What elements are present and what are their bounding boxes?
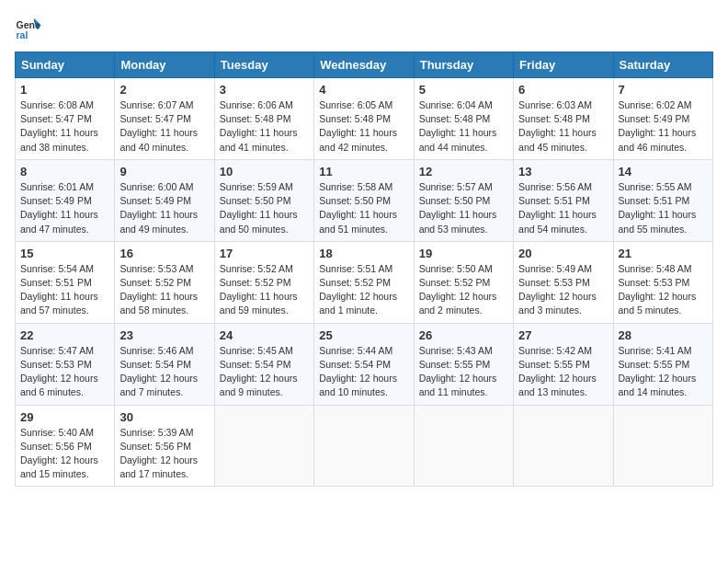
day-number: 4 [319, 83, 408, 97]
day-number: 14 [619, 165, 708, 178]
day-number: 7 [619, 83, 708, 97]
sunset: Sunset: 5:52 PM [319, 277, 391, 288]
sunrise: Sunrise: 5:49 AM [518, 263, 592, 274]
sunset: Sunset: 5:56 PM [119, 441, 191, 452]
daylight: Daylight: 11 hours and 55 minutes. [619, 209, 697, 234]
calendar-cell: 18 Sunrise: 5:51 AM Sunset: 5:52 PM Dayl… [314, 241, 414, 323]
day-info: Sunrise: 6:08 AM Sunset: 5:47 PM Dayligh… [20, 98, 109, 155]
day-info: Sunrise: 5:51 AM Sunset: 5:52 PM Dayligh… [319, 262, 408, 318]
daylight: Daylight: 11 hours and 41 minutes. [220, 127, 298, 152]
daylight: Daylight: 11 hours and 59 minutes. [220, 291, 298, 316]
sunset: Sunset: 5:50 PM [319, 195, 391, 206]
calendar-cell: 28 Sunrise: 5:41 AM Sunset: 5:55 PM Dayl… [613, 323, 712, 405]
day-info: Sunrise: 5:59 AM Sunset: 5:50 PM Dayligh… [220, 180, 309, 236]
sunset: Sunset: 5:48 PM [518, 113, 590, 124]
day-info: Sunrise: 5:41 AM Sunset: 5:55 PM Dayligh… [619, 344, 708, 400]
day-number: 17 [220, 247, 309, 260]
calendar-cell: 9 Sunrise: 6:00 AM Sunset: 5:49 PM Dayli… [115, 159, 214, 241]
sunrise: Sunrise: 5:42 AM [518, 345, 592, 356]
sunrise: Sunrise: 6:05 AM [319, 99, 392, 110]
sunset: Sunset: 5:47 PM [119, 113, 191, 124]
daylight: Daylight: 12 hours and 3 minutes. [518, 291, 597, 316]
calendar-cell: 23 Sunrise: 5:46 AM Sunset: 5:54 PM Dayl… [115, 323, 214, 405]
calendar-week-1: 1 Sunrise: 6:08 AM Sunset: 5:47 PM Dayli… [16, 78, 713, 160]
sunrise: Sunrise: 5:59 AM [220, 181, 293, 192]
calendar-cell: 3 Sunrise: 6:06 AM Sunset: 5:48 PM Dayli… [214, 78, 313, 160]
sunrise: Sunrise: 5:46 AM [119, 345, 193, 356]
day-info: Sunrise: 5:50 AM Sunset: 5:52 PM Dayligh… [419, 262, 508, 318]
calendar-cell: 6 Sunrise: 6:03 AM Sunset: 5:48 PM Dayli… [514, 78, 613, 160]
calendar-cell: 4 Sunrise: 6:05 AM Sunset: 5:48 PM Dayli… [314, 78, 414, 160]
daylight: Daylight: 12 hours and 1 minute. [319, 291, 397, 316]
daylight: Daylight: 11 hours and 53 minutes. [419, 209, 497, 234]
daylight: Daylight: 12 hours and 15 minutes. [20, 454, 98, 479]
sunrise: Sunrise: 5:58 AM [319, 181, 392, 192]
daylight: Daylight: 11 hours and 50 minutes. [220, 209, 298, 234]
day-info: Sunrise: 5:52 AM Sunset: 5:52 PM Dayligh… [220, 262, 309, 318]
daylight: Daylight: 12 hours and 6 minutes. [20, 373, 98, 397]
daylight: Daylight: 11 hours and 42 minutes. [319, 127, 397, 152]
day-info: Sunrise: 6:05 AM Sunset: 5:48 PM Dayligh… [319, 98, 408, 155]
calendar-cell [514, 405, 613, 487]
day-info: Sunrise: 5:54 AM Sunset: 5:51 PM Dayligh… [20, 262, 109, 318]
day-info: Sunrise: 5:46 AM Sunset: 5:54 PM Dayligh… [119, 344, 209, 400]
sunset: Sunset: 5:54 PM [319, 359, 391, 370]
day-number: 22 [20, 328, 109, 342]
calendar-week-4: 22 Sunrise: 5:47 AM Sunset: 5:53 PM Dayl… [16, 323, 713, 405]
day-number: 26 [419, 328, 508, 342]
header-thursday: Thursday [414, 52, 513, 78]
calendar-week-3: 15 Sunrise: 5:54 AM Sunset: 5:51 PM Dayl… [16, 241, 713, 323]
day-number: 10 [220, 165, 309, 178]
sunset: Sunset: 5:51 PM [20, 277, 92, 288]
header-wednesday: Wednesday [314, 52, 414, 78]
day-number: 25 [319, 328, 408, 342]
day-number: 13 [518, 165, 608, 178]
sunrise: Sunrise: 5:57 AM [419, 181, 493, 192]
day-number: 19 [419, 247, 508, 260]
day-info: Sunrise: 6:02 AM Sunset: 5:49 PM Dayligh… [619, 98, 708, 155]
day-info: Sunrise: 5:56 AM Sunset: 5:51 PM Dayligh… [518, 180, 608, 236]
calendar-cell: 8 Sunrise: 6:01 AM Sunset: 5:49 PM Dayli… [16, 159, 115, 241]
day-info: Sunrise: 6:00 AM Sunset: 5:49 PM Dayligh… [119, 180, 209, 236]
day-number: 30 [119, 410, 209, 424]
sunrise: Sunrise: 5:44 AM [319, 345, 392, 356]
day-number: 8 [20, 165, 109, 178]
calendar-cell: 22 Sunrise: 5:47 AM Sunset: 5:53 PM Dayl… [16, 323, 115, 405]
calendar-table: SundayMondayTuesdayWednesdayThursdayFrid… [15, 52, 713, 487]
page-header: Gene ral [15, 15, 713, 42]
sunset: Sunset: 5:52 PM [220, 277, 291, 288]
calendar-cell: 14 Sunrise: 5:55 AM Sunset: 5:51 PM Dayl… [613, 159, 712, 241]
day-info: Sunrise: 6:06 AM Sunset: 5:48 PM Dayligh… [220, 98, 309, 155]
sunset: Sunset: 5:51 PM [619, 195, 690, 206]
sunset: Sunset: 5:55 PM [518, 359, 590, 370]
sunrise: Sunrise: 5:48 AM [619, 263, 692, 274]
day-number: 12 [419, 165, 508, 178]
sunrise: Sunrise: 6:00 AM [119, 181, 193, 192]
sunset: Sunset: 5:51 PM [518, 195, 590, 206]
sunset: Sunset: 5:53 PM [20, 359, 92, 370]
sunrise: Sunrise: 5:40 AM [20, 427, 94, 438]
day-number: 24 [220, 328, 309, 342]
day-info: Sunrise: 5:39 AM Sunset: 5:56 PM Dayligh… [119, 426, 209, 482]
daylight: Daylight: 12 hours and 9 minutes. [220, 373, 298, 397]
header-saturday: Saturday [613, 52, 712, 78]
sunset: Sunset: 5:47 PM [20, 113, 92, 124]
calendar-cell: 7 Sunrise: 6:02 AM Sunset: 5:49 PM Dayli… [613, 78, 712, 160]
day-info: Sunrise: 5:43 AM Sunset: 5:55 PM Dayligh… [419, 344, 508, 400]
day-number: 29 [20, 410, 109, 424]
calendar-cell: 25 Sunrise: 5:44 AM Sunset: 5:54 PM Dayl… [314, 323, 414, 405]
daylight: Daylight: 11 hours and 45 minutes. [518, 127, 597, 152]
day-number: 15 [20, 247, 109, 260]
daylight: Daylight: 11 hours and 58 minutes. [119, 291, 198, 316]
sunrise: Sunrise: 5:47 AM [20, 345, 94, 356]
sunset: Sunset: 5:48 PM [319, 113, 391, 124]
daylight: Daylight: 12 hours and 13 minutes. [518, 373, 597, 397]
day-number: 20 [518, 247, 608, 260]
day-info: Sunrise: 5:48 AM Sunset: 5:53 PM Dayligh… [619, 262, 708, 318]
sunrise: Sunrise: 5:43 AM [419, 345, 493, 356]
day-info: Sunrise: 6:07 AM Sunset: 5:47 PM Dayligh… [119, 98, 209, 155]
header-row: SundayMondayTuesdayWednesdayThursdayFrid… [16, 52, 713, 78]
day-number: 23 [119, 328, 209, 342]
day-number: 9 [119, 165, 209, 178]
day-info: Sunrise: 5:42 AM Sunset: 5:55 PM Dayligh… [518, 344, 608, 400]
